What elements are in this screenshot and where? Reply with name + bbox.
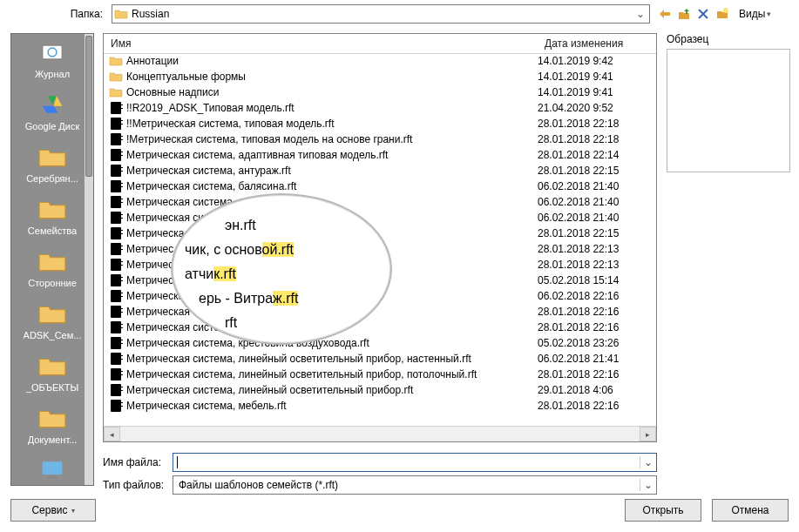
back-button[interactable] (657, 6, 673, 22)
column-header-name[interactable]: Имя (104, 34, 538, 53)
folder-icon (36, 353, 69, 379)
rft-file-icon (109, 226, 123, 240)
new-folder-button[interactable] (714, 6, 730, 22)
rft-file-icon (109, 352, 123, 366)
places-item-label: Сторонние (28, 278, 77, 288)
file-name: !!Метрическая система, типовая модель.rf… (126, 118, 531, 130)
views-dropdown[interactable]: Виды ▾ (739, 8, 771, 20)
places-item[interactable] (11, 452, 93, 486)
chevron-down-icon[interactable]: ⌄ (640, 456, 656, 468)
folder-icon (114, 7, 128, 21)
file-row[interactable]: Метрическая система, линейный осветитель… (104, 367, 656, 382)
file-name: Метрическая система, линейный осветитель… (126, 368, 531, 380)
scroll-right-button[interactable]: ▸ (640, 427, 656, 441)
cancel-button[interactable]: Отмена (712, 499, 789, 522)
file-row[interactable]: Метрическая система, адаптивная типовая … (104, 147, 656, 163)
places-item[interactable]: Google Диск (11, 86, 93, 138)
preview-box (667, 49, 790, 172)
file-row[interactable]: Метрическая система, крестовина воздухов… (104, 335, 656, 351)
open-button[interactable]: Открыть (625, 499, 701, 522)
rft-file-icon (109, 148, 123, 162)
file-date: 29.01.2018 4:06 (531, 384, 656, 396)
places-item[interactable]: Журнал (11, 34, 93, 86)
rft-file-icon (109, 399, 123, 413)
file-row[interactable]: Метрическая система,28.01.2018 22:16 (104, 320, 656, 335)
magnifier-line: эн.rft (225, 218, 378, 233)
file-row[interactable]: !!Метрическая система, типовая модель.rf… (104, 116, 656, 131)
places-sidebar: ЖурналGoogle ДискСеребрян...СемействаСто… (10, 33, 94, 486)
file-name: Концептуальные формы (126, 71, 531, 83)
rft-file-icon (109, 242, 123, 256)
file-date: 06.02.2018 22:16 (531, 290, 656, 302)
file-row[interactable]: Метрическая си06.02.2018 21:40 (104, 210, 656, 226)
places-item[interactable]: Серебрян... (11, 138, 93, 191)
places-item[interactable]: Документ... (11, 400, 93, 452)
magnifier-line: чик, с основой.rft (185, 242, 378, 258)
file-row[interactable]: Метрическая система, антураж.rft28.01.20… (104, 163, 656, 178)
file-row[interactable]: !Метрическая система, типовая модель на … (104, 131, 656, 147)
rft-file-icon (109, 164, 123, 178)
file-date: 28.01.2018 22:14 (531, 149, 656, 161)
places-scrollbar[interactable] (85, 34, 93, 485)
file-date: 21.04.2020 9:52 (531, 102, 656, 114)
file-date: 28.01.2018 22:16 (531, 306, 656, 318)
file-date: 14.01.2019 9:41 (531, 86, 656, 98)
rft-file-icon (109, 101, 123, 115)
file-date: 28.01.2018 22:16 (531, 368, 656, 380)
up-one-level-button[interactable] (676, 6, 692, 22)
file-name: !Метрическая система, типовая модель на … (126, 133, 531, 145)
file-name: Метрическая система, антураж.rft (126, 165, 531, 177)
file-name: Основные надписи (126, 86, 531, 98)
file-row[interactable]: Аннотации14.01.2019 9:42 (104, 53, 656, 69)
places-item[interactable]: Сторонние (11, 243, 93, 295)
delete-button[interactable] (695, 6, 711, 22)
places-item-label: Документ... (28, 434, 78, 445)
rft-file-icon (109, 383, 123, 397)
horizontal-scrollbar[interactable]: ◂ ▸ (104, 426, 656, 441)
file-row[interactable]: Метрическая система06.02.2018 21:40 (104, 194, 656, 210)
folder-icon (36, 300, 69, 327)
file-name: Метрическая система, линейный осветитель… (126, 353, 531, 365)
folder-icon (109, 54, 123, 68)
file-date: 14.01.2019 9:42 (531, 55, 656, 67)
folder-dropdown[interactable]: Russian ⌄ (112, 4, 650, 24)
rft-file-icon (109, 273, 123, 287)
rft-file-icon (109, 179, 123, 193)
file-row[interactable]: Метрическая система, балясина.rft06.02.2… (104, 178, 656, 194)
file-date: 14.01.2019 9:41 (531, 71, 656, 83)
places-item[interactable]: ADSK_Сем... (11, 295, 93, 347)
folder-icon (36, 196, 69, 222)
filename-input[interactable]: ⌄ (173, 453, 657, 472)
rft-file-icon (109, 258, 123, 272)
file-name: Метрическая система, адаптивная типовая … (126, 149, 531, 161)
file-date: 06.02.2018 21:40 (531, 212, 656, 224)
folder-icon (109, 85, 123, 99)
rft-file-icon (109, 211, 123, 225)
folder-label: Папка: (0, 8, 112, 20)
filetype-dropdown[interactable]: Файлы шаблонов семейств (*.rft) ⌄ (173, 475, 657, 495)
chevron-down-icon: ▾ (767, 10, 771, 18)
file-row[interactable]: Метрическая система, мебель.rft28.01.201… (104, 398, 656, 414)
file-row[interactable]: !!R2019_ADSK_Типовая модель.rft21.04.202… (104, 100, 656, 116)
places-item[interactable]: Семейства (11, 191, 93, 243)
history-icon (36, 39, 69, 65)
chevron-down-icon[interactable]: ⌄ (640, 479, 656, 491)
file-date: 28.01.2018 22:18 (531, 133, 656, 145)
folder-icon (36, 248, 69, 274)
rft-file-icon (109, 289, 123, 303)
file-name: Метрическая система, крестовина воздухов… (126, 337, 531, 349)
scroll-left-button[interactable]: ◂ (104, 427, 120, 441)
rft-file-icon (109, 320, 123, 334)
file-row[interactable]: Основные надписи14.01.2019 9:41 (104, 84, 656, 100)
file-row[interactable]: Метрическая система, линейный осветитель… (104, 382, 656, 398)
places-item[interactable]: _ОБЪЕКТЫ (11, 347, 93, 400)
file-row[interactable]: Концептуальные формы14.01.2019 9:41 (104, 69, 656, 84)
folder-icon (36, 144, 69, 170)
column-header-date[interactable]: Дата изменения (538, 34, 656, 53)
file-row[interactable]: Метрическая система, линейный осветитель… (104, 351, 656, 367)
file-date: 28.01.2018 22:13 (531, 259, 656, 271)
file-date: 06.02.2018 21:41 (531, 353, 656, 365)
file-date: 28.01.2018 22:15 (531, 165, 656, 177)
file-name: Аннотации (126, 55, 531, 67)
service-button[interactable]: Сервис ▾ (10, 499, 96, 522)
